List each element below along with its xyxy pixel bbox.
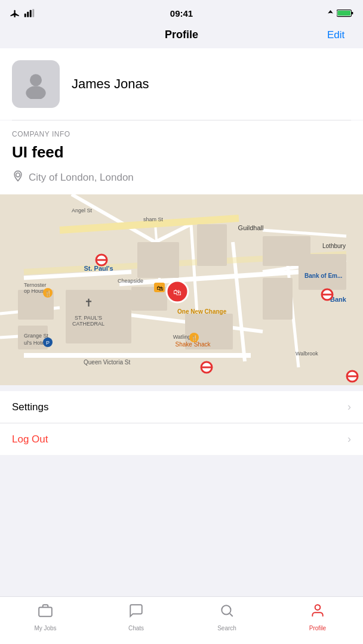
svg-text:St. Paul's: St. Paul's xyxy=(84,265,113,272)
svg-text:Angel St: Angel St xyxy=(72,208,93,213)
svg-text:🛍: 🛍 xyxy=(156,284,164,292)
search-svg xyxy=(219,603,235,618)
location-text: City of London, London xyxy=(29,172,134,184)
location-pin-icon xyxy=(12,170,24,185)
company-section: COMPANY INFO UI feed City of London, Lon… xyxy=(0,120,363,194)
svg-text:One New Change: One New Change xyxy=(177,308,227,315)
status-bar: 09:41 xyxy=(0,0,363,24)
svg-text:CATHEDRAL: CATHEDRAL xyxy=(72,321,104,327)
svg-text:Walbrook: Walbrook xyxy=(296,351,318,357)
nav-bar: Profile Edit xyxy=(0,24,363,48)
svg-rect-6 xyxy=(337,11,350,16)
svg-text:Cheapside: Cheapside xyxy=(118,278,143,284)
profile-name: James Jonas xyxy=(72,76,149,92)
company-section-label: COMPANY INFO xyxy=(12,130,351,138)
svg-rect-29 xyxy=(197,224,227,266)
svg-point-8 xyxy=(26,86,45,99)
svg-line-78 xyxy=(230,614,233,617)
logout-chevron-icon: › xyxy=(347,433,351,445)
settings-chevron-icon: › xyxy=(347,401,351,413)
status-time: 09:41 xyxy=(170,8,193,18)
svg-text:🍴: 🍴 xyxy=(191,335,198,342)
chat-icon xyxy=(128,603,144,623)
briefcase-icon xyxy=(38,603,53,623)
avatar xyxy=(12,60,60,108)
person-icon xyxy=(310,603,325,623)
svg-text:✝: ✝ xyxy=(84,297,93,309)
my-jobs-tab-label: My Jobs xyxy=(34,625,56,631)
location-row: City of London, London xyxy=(12,170,351,194)
svg-rect-2 xyxy=(30,10,32,17)
svg-text:Ternoster: Ternoster xyxy=(24,282,47,288)
svg-point-77 xyxy=(222,605,230,614)
svg-text:Queen Victoria St: Queen Victoria St xyxy=(84,359,130,366)
pin-svg xyxy=(12,170,24,182)
svg-text:Lothbury: Lothbury xyxy=(322,243,346,249)
search-icon xyxy=(219,603,235,623)
map-container: ✝ St. Paul's ST. PAUL'S CATHEDRAL One Ne… xyxy=(0,194,363,385)
svg-text:ul's Hotel: ul's Hotel xyxy=(24,340,46,346)
company-name: UI feed xyxy=(12,143,351,162)
svg-rect-3 xyxy=(32,9,34,17)
svg-text:🍴: 🍴 xyxy=(45,290,52,297)
airplane-icon xyxy=(10,9,20,17)
svg-text:ST. PAUL'S: ST. PAUL'S xyxy=(75,315,102,321)
page-title: Profile xyxy=(36,29,327,41)
tab-profile[interactable]: Profile xyxy=(272,603,363,631)
svg-rect-31 xyxy=(263,278,293,320)
settings-menu-item[interactable]: Settings › xyxy=(0,391,363,423)
chat-svg xyxy=(128,603,144,618)
briefcase-svg xyxy=(38,603,53,618)
main-content: Profile Edit James Jonas COMPANY INFO UI… xyxy=(0,24,363,503)
svg-text:Grange St: Grange St xyxy=(24,333,49,339)
tab-chats[interactable]: Chats xyxy=(91,603,182,631)
status-left xyxy=(10,9,35,17)
svg-text:🛍: 🛍 xyxy=(173,287,182,297)
svg-text:P: P xyxy=(46,340,50,346)
profile-section: James Jonas xyxy=(0,48,363,120)
signal-icon xyxy=(24,9,35,17)
battery-icon xyxy=(337,9,353,17)
svg-text:Bank of Em...: Bank of Em... xyxy=(304,273,343,279)
svg-rect-0 xyxy=(24,14,26,17)
person-svg xyxy=(310,603,325,618)
chats-tab-label: Chats xyxy=(128,625,144,631)
svg-point-79 xyxy=(315,605,321,610)
tab-my-jobs[interactable]: My Jobs xyxy=(0,603,91,631)
svg-point-7 xyxy=(30,74,42,86)
svg-point-9 xyxy=(16,173,20,177)
svg-rect-35 xyxy=(299,254,346,290)
menu-section: Settings › Log Out › xyxy=(0,391,363,455)
svg-text:sham St: sham St xyxy=(143,216,164,222)
svg-rect-1 xyxy=(27,12,29,17)
avatar-icon xyxy=(21,69,51,99)
profile-tab-label: Profile xyxy=(309,625,326,631)
logout-menu-item[interactable]: Log Out › xyxy=(0,423,363,455)
tab-search[interactable]: Search xyxy=(182,603,272,631)
svg-rect-75 xyxy=(39,608,52,617)
search-tab-label: Search xyxy=(217,625,236,631)
svg-rect-5 xyxy=(352,12,353,14)
tab-bar: My Jobs Chats Search Profile xyxy=(0,596,363,644)
settings-label: Settings xyxy=(12,401,48,413)
edit-button[interactable]: Edit xyxy=(327,29,351,41)
map-svg: ✝ St. Paul's ST. PAUL'S CATHEDRAL One Ne… xyxy=(0,194,363,385)
status-right xyxy=(327,9,353,17)
logout-label: Log Out xyxy=(12,434,48,445)
svg-text:Guildhall: Guildhall xyxy=(238,224,264,231)
location-icon xyxy=(327,10,334,17)
svg-rect-28 xyxy=(137,242,179,278)
